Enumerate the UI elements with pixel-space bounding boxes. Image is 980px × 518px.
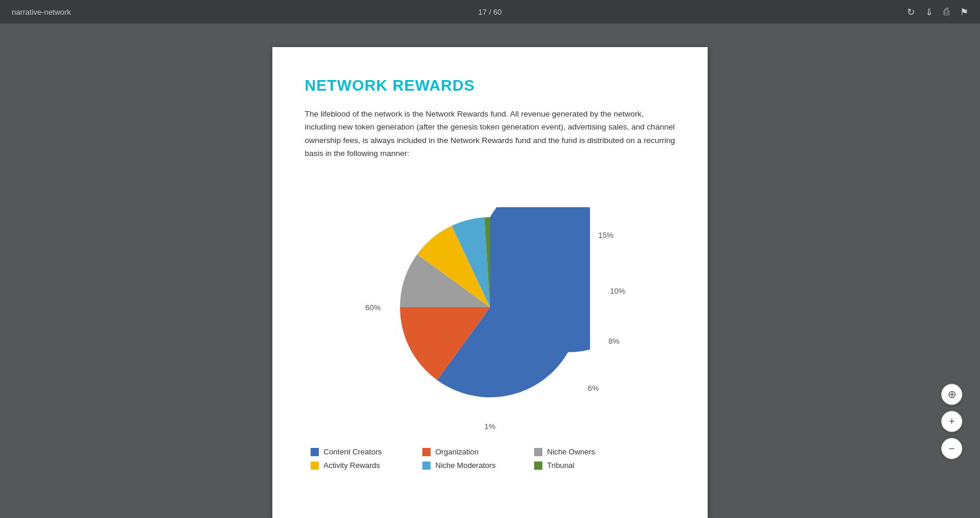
zoom-fit-button[interactable]: ⊕: [941, 384, 962, 405]
legend-color-tribunal: [534, 461, 542, 470]
label-organization: 15%: [598, 231, 614, 240]
legend-label-niche-moderators: Niche Moderators: [435, 461, 496, 470]
chart-container: 60% 15% 10% 8% 6% 1% Content Creators Or…: [305, 178, 675, 470]
refresh-icon[interactable]: ↻: [907, 6, 915, 18]
label-niche-owners: 10%: [610, 287, 625, 295]
pagination: 17 / 60: [478, 8, 502, 16]
pie-wrapper: 60% 15% 10% 8% 6% 1%: [349, 178, 631, 437]
topbar: narrative-network 17 / 60 ↻ ⇓ ⎙ ⚑: [0, 0, 980, 24]
zoom-in-button[interactable]: +: [941, 411, 962, 432]
legend-label-organization: Organization: [435, 447, 479, 456]
legend-item-activity-rewards: Activity Rewards: [311, 461, 405, 470]
label-tribunal: 1%: [485, 422, 496, 431]
legend-item-niche-owners: Niche Owners: [534, 447, 628, 456]
main-content-area: NETWORK REWARDS The lifeblood of the net…: [0, 24, 980, 518]
legend-color-content-creators: [311, 448, 319, 456]
legend-label-activity-rewards: Activity Rewards: [324, 461, 380, 470]
app-title: narrative-network: [12, 8, 71, 16]
document-page: NETWORK REWARDS The lifeblood of the net…: [272, 47, 708, 518]
topbar-icons: ↻ ⇓ ⎙ ⚑: [907, 6, 968, 18]
zoom-out-button[interactable]: −: [941, 438, 962, 459]
legend-item-content-creators: Content Creators: [311, 447, 405, 456]
pie-chart-svg: [390, 207, 590, 407]
chart-legend: Content Creators Organization Niche Owne…: [305, 447, 675, 470]
zoom-fit-icon: ⊕: [948, 388, 956, 401]
print-icon[interactable]: ⎙: [944, 6, 949, 17]
zoom-controls: ⊕ + −: [941, 384, 962, 459]
legend-color-niche-owners: [534, 448, 542, 456]
legend-color-activity-rewards: [311, 461, 319, 470]
legend-label-content-creators: Content Creators: [324, 447, 382, 456]
legend-item-organization: Organization: [422, 447, 516, 456]
bookmark-icon[interactable]: ⚑: [960, 6, 968, 18]
download-icon[interactable]: ⇓: [925, 6, 933, 18]
zoom-in-icon: +: [949, 416, 955, 428]
label-niche-moderators: 6%: [588, 384, 599, 393]
page-title: NETWORK REWARDS: [305, 77, 675, 95]
legend-item-tribunal: Tribunal: [534, 461, 628, 470]
page-body: The lifeblood of the network is the Netw…: [305, 108, 675, 160]
label-activity-rewards: 8%: [608, 337, 619, 346]
legend-color-niche-moderators: [422, 461, 431, 470]
label-content-creators: 60%: [365, 303, 381, 312]
legend-color-organization: [422, 448, 431, 456]
zoom-out-icon: −: [949, 443, 955, 455]
legend-item-niche-moderators: Niche Moderators: [422, 461, 516, 470]
legend-label-niche-owners: Niche Owners: [547, 447, 595, 456]
legend-label-tribunal: Tribunal: [547, 461, 574, 470]
